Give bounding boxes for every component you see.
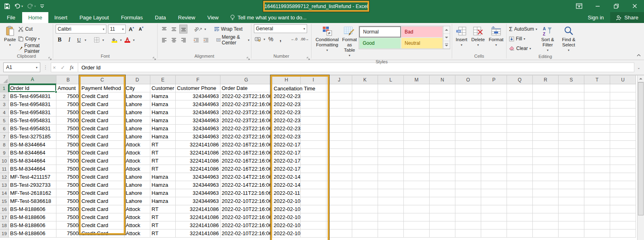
cell-F16[interactable]: 3224141086 — [176, 205, 220, 213]
undo-dropdown-icon[interactable]: ▾ — [21, 4, 23, 8]
row-header-2[interactable]: 2 — [0, 92, 9, 100]
cell-L7[interactable] — [378, 133, 404, 141]
percent-style-button[interactable]: % — [267, 35, 275, 44]
cell-N16[interactable] — [430, 205, 455, 213]
cell-Q9[interactable] — [507, 149, 533, 157]
cell-O14[interactable] — [455, 189, 481, 197]
sort-filter-dropdown-icon[interactable]: ▾ — [547, 48, 548, 53]
cell-F19[interactable]: 3224141086 — [176, 230, 220, 238]
cell-H18[interactable]: 2022-02-10T13:28:45 — [272, 221, 301, 230]
row-header-14[interactable]: 14 — [0, 189, 9, 197]
row-header-9[interactable]: 9 — [0, 149, 9, 157]
tab-review[interactable]: Review — [172, 12, 202, 23]
cell-E4[interactable]: Hamza — [150, 109, 176, 117]
cell-R18[interactable] — [533, 221, 559, 230]
cell-D11[interactable]: Attock — [125, 165, 150, 173]
cell-T8[interactable] — [584, 141, 610, 149]
cell-I15[interactable] — [301, 197, 326, 205]
cell-L12[interactable] — [378, 173, 404, 181]
cell-U18[interactable] — [610, 221, 636, 230]
bold-button[interactable]: B — [56, 35, 64, 44]
scrollbar-thumb[interactable] — [638, 82, 644, 215]
cell-R15[interactable] — [533, 197, 559, 205]
row-header-10[interactable]: 10 — [0, 157, 9, 165]
cell-N9[interactable] — [430, 149, 455, 157]
vertical-scrollbar[interactable] — [637, 75, 644, 240]
cell-B14[interactable]: 7500 — [56, 189, 80, 197]
cell-S19[interactable] — [559, 230, 584, 238]
cell-A19[interactable]: BS-M-8188606 — [9, 230, 56, 238]
column-header-T[interactable]: T — [584, 75, 610, 84]
cell-R19[interactable] — [533, 230, 559, 238]
cell-O11[interactable] — [455, 165, 481, 173]
cell-D13[interactable]: Lahore — [125, 181, 150, 189]
cell-B1[interactable]: Amount — [56, 84, 80, 92]
cell-M15[interactable] — [404, 197, 430, 205]
cell-A1[interactable]: Order Id — [9, 84, 56, 92]
cell-F11[interactable]: 3224141086 — [176, 165, 220, 173]
cell-M13[interactable] — [404, 181, 430, 189]
autosum-button[interactable]: Σ AutoSum ▾ — [509, 24, 537, 34]
cell-O6[interactable] — [455, 125, 481, 133]
cell-O19[interactable] — [455, 230, 481, 238]
cell-M16[interactable] — [404, 205, 430, 213]
increase-indent-button[interactable] — [202, 35, 210, 44]
tell-me-box[interactable]: Tell me what you want to do... — [224, 12, 312, 23]
cell-C14[interactable]: Credit Card — [80, 189, 125, 197]
cell-I10[interactable] — [301, 157, 326, 165]
cell-K5[interactable] — [352, 117, 378, 125]
tab-view[interactable]: View — [201, 12, 224, 23]
cell-T7[interactable] — [584, 133, 610, 141]
select-all-corner[interactable] — [0, 75, 9, 84]
cell-N12[interactable] — [430, 173, 455, 181]
cell-Q2[interactable] — [507, 92, 533, 100]
align-left-button[interactable] — [160, 35, 168, 44]
insert-dropdown-icon[interactable]: ▾ — [461, 42, 462, 48]
cell-B17[interactable]: 7500 — [56, 213, 80, 221]
cell-A5[interactable]: BS-Test-6954831 — [9, 117, 56, 125]
cell-O3[interactable] — [455, 100, 481, 109]
cell-Q14[interactable] — [507, 189, 533, 197]
cell-H13[interactable]: 2022-02-14T11:18:50 — [272, 181, 301, 189]
cell-O18[interactable] — [455, 221, 481, 230]
cell-K1[interactable] — [352, 84, 378, 92]
column-header-M[interactable]: M — [404, 75, 430, 84]
cell-S9[interactable] — [559, 149, 584, 157]
row-header-13[interactable]: 13 — [0, 181, 9, 189]
cell-U10[interactable] — [610, 157, 636, 165]
cell-S6[interactable] — [559, 125, 584, 133]
expand-formula-bar-icon[interactable]: ⌄ — [634, 65, 643, 70]
cell-H4[interactable]: 2022-02-23T01:32:41 — [272, 109, 301, 117]
column-header-D[interactable]: D — [125, 75, 150, 84]
cell-L14[interactable] — [378, 189, 404, 197]
cell-J7[interactable] — [326, 133, 352, 141]
gallery-scroll-down-icon[interactable] — [443, 34, 450, 42]
cell-H6[interactable]: 2022-02-23T01:32:41 — [272, 125, 301, 133]
cell-E5[interactable]: Hamza — [150, 117, 176, 125]
cell-D5[interactable]: Lahore — [125, 117, 150, 125]
find-select-dropdown-icon[interactable]: ▾ — [568, 48, 569, 53]
cell-P6[interactable] — [481, 125, 507, 133]
cell-E1[interactable]: Customer — [150, 84, 176, 92]
cell-B15[interactable]: 7500 — [56, 197, 80, 205]
cell-R14[interactable] — [533, 189, 559, 197]
cell-E17[interactable]: RT — [150, 213, 176, 221]
row-header-6[interactable]: 6 — [0, 125, 9, 133]
cell-E9[interactable]: RT — [150, 149, 176, 157]
font-dialog-launcher-icon[interactable] — [153, 55, 157, 59]
cell-M3[interactable] — [404, 100, 430, 109]
cell-S7[interactable] — [559, 133, 584, 141]
cell-J15[interactable] — [326, 197, 352, 205]
cell-F9[interactable]: 3224141086 — [176, 149, 220, 157]
cell-A14[interactable]: MF-Test-2618162 — [9, 189, 56, 197]
row-header-17[interactable]: 17 — [0, 213, 9, 221]
cell-I12[interactable] — [301, 173, 326, 181]
cell-T14[interactable] — [584, 189, 610, 197]
cell-G17[interactable]: 2022-02-10T22:16:06 — [220, 213, 272, 221]
cell-H2[interactable]: 2022-02-23T01:32:41 — [272, 92, 301, 100]
cell-I18[interactable] — [301, 221, 326, 230]
cell-E7[interactable]: Hamza — [150, 133, 176, 141]
cell-R10[interactable] — [533, 157, 559, 165]
format-dropdown-icon[interactable]: ▾ — [495, 42, 497, 48]
close-button[interactable] — [625, 0, 644, 12]
